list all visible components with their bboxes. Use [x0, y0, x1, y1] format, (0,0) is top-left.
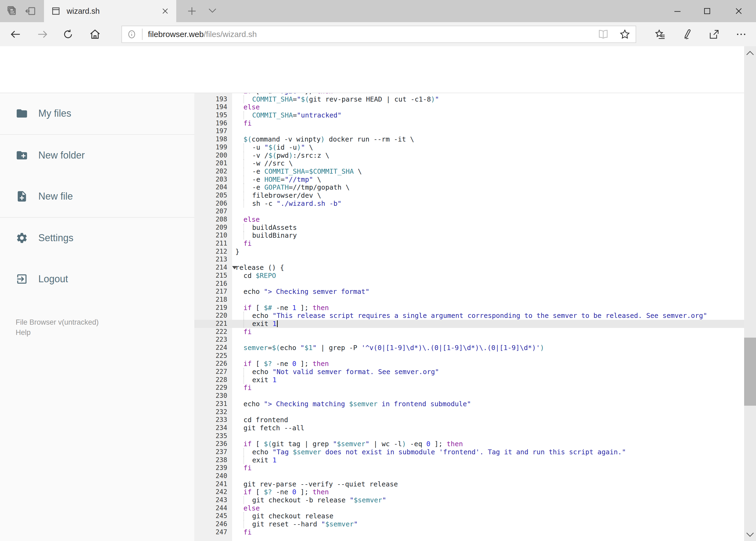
code-line[interactable]: 230 [194, 392, 744, 400]
code-line[interactable]: 228 exit 1 [194, 376, 744, 384]
scroll-down-icon[interactable] [745, 531, 755, 538]
code-line[interactable]: 200 -v /$(pwd):/src:z \ [194, 152, 744, 160]
hub-favorites-icon[interactable] [654, 28, 666, 40]
more-ellipsis-icon[interactable] [735, 28, 747, 40]
code-line[interactable]: 231 echo "> Checking matching $semver in… [194, 400, 744, 408]
code-line[interactable]: 236 if [ $(git tag | grep "$semver" | wc… [194, 440, 744, 448]
code-line[interactable]: 206 sh -c "./wizard.sh -b" [194, 200, 744, 208]
new-tab-plus-icon[interactable] [186, 5, 197, 17]
code-editor[interactable]: 192 if [ -d ".git" ]; then193 COMMIT_SHA… [194, 93, 744, 541]
code-line[interactable]: 223 [194, 336, 744, 344]
code-line[interactable]: 201 -w //src \ [194, 159, 744, 168]
set-aside-tabs-icon[interactable] [25, 5, 37, 17]
code-line[interactable]: 247 fi [194, 528, 744, 536]
code-line[interactable]: 213 [194, 256, 744, 264]
code-line[interactable]: 205 filebrowser/dev \ [194, 192, 744, 200]
code-line[interactable]: 226 if [ $? -ne 0 ]; then [194, 360, 744, 368]
share-icon[interactable] [708, 28, 720, 40]
line-number: 198 [194, 135, 232, 144]
line-number: 215 [194, 272, 232, 280]
scroll-up-icon[interactable] [745, 49, 755, 56]
code-line[interactable]: 207 [194, 208, 744, 216]
code-line[interactable]: 240 [194, 472, 744, 480]
web-notes-pen-icon[interactable] [681, 28, 693, 40]
code-line[interactable]: 204 -e GOPATH=//tmp/gopath \ [194, 184, 744, 192]
code-line[interactable]: 222 fi [194, 328, 744, 336]
line-number: 194 [194, 103, 232, 111]
line-number: 232 [194, 408, 232, 416]
code-line[interactable]: 193 COMMIT_SHA="$(git rev-parse HEAD | c… [194, 95, 744, 104]
sidebar-item-logout[interactable]: Logout [0, 264, 194, 294]
close-button[interactable] [722, 0, 755, 22]
code-line[interactable]: 219 if [ $# -ne 1 ]; then [194, 304, 744, 312]
code-line[interactable]: 241 git rev-parse --verify --quiet relea… [194, 480, 744, 488]
scrollbar-thumb[interactable] [744, 337, 756, 406]
code-line[interactable]: 203 -e HOME="//tmp" \ [194, 176, 744, 184]
refresh-icon[interactable] [62, 28, 74, 40]
code-line[interactable]: 214release () { [194, 264, 744, 272]
code-line[interactable]: 220 echo "This release script requires a… [194, 312, 744, 320]
url-input[interactable]: filebrowser.web/files/wizard.sh [122, 26, 636, 43]
sidebar-item-my-files[interactable]: My files [0, 99, 194, 128]
code-line[interactable]: 196 fi [194, 119, 744, 128]
sidebar-item-new-folder[interactable]: New folder [0, 141, 194, 170]
code-line[interactable]: 218 [194, 296, 744, 304]
sidebar-item-settings[interactable]: Settings [0, 223, 194, 253]
help-link[interactable]: Help [16, 328, 31, 337]
code-line[interactable]: 217 echo "> Checking semver format" [194, 287, 744, 296]
fold-arrow-icon[interactable] [232, 266, 237, 269]
code-line[interactable]: 232 [194, 408, 744, 416]
maximize-button[interactable] [692, 0, 722, 22]
tab-dropdown-icon[interactable] [207, 7, 217, 15]
code-line[interactable]: 209 buildAssets [194, 224, 744, 232]
tab-close-icon[interactable] [161, 7, 169, 15]
code-line[interactable]: 233 cd frontend [194, 416, 744, 424]
vertical-scrollbar[interactable] [744, 46, 756, 541]
line-number: 206 [194, 200, 232, 208]
code-line[interactable]: 199 -u "$(id -u)" \ [194, 144, 744, 152]
code-line[interactable]: 225 [194, 352, 744, 360]
code-line[interactable]: 216 [194, 280, 744, 288]
code-line[interactable]: 235 [194, 432, 744, 440]
code-line[interactable]: 202 -e COMMIT_SHA=$COMMIT_SHA \ [194, 168, 744, 176]
code-line[interactable]: 197 [194, 127, 744, 135]
code-line[interactable]: 211 fi [194, 240, 744, 248]
code-line[interactable]: 227 echo "Not valid semver format. See s… [194, 368, 744, 376]
code-line[interactable]: 195 COMMIT_SHA="untracked" [194, 111, 744, 119]
code-line[interactable]: 194 else [194, 103, 744, 111]
home-icon[interactable] [89, 28, 101, 40]
line-number: 207 [194, 208, 232, 216]
code-lines: 192 if [ -d ".git" ]; then193 COMMIT_SHA… [194, 93, 744, 536]
code-line[interactable]: 229 fi [194, 384, 744, 392]
back-icon[interactable] [9, 28, 21, 40]
info-icon[interactable] [127, 29, 136, 39]
minimize-button[interactable] [662, 0, 692, 22]
code-line[interactable]: 246 git reset --hard "$semver" [194, 520, 744, 528]
code-line[interactable]: 244 else [194, 504, 744, 512]
reading-view-icon[interactable] [597, 28, 609, 40]
code-line[interactable]: 237 echo "Tag $semver does not exist in … [194, 448, 744, 456]
code-line[interactable]: 212} [194, 248, 744, 256]
code-line[interactable]: 224 semver=$(echo "$1" | grep -P '^v(0|[… [194, 344, 744, 352]
code-line[interactable]: 210 buildBinary [194, 232, 744, 240]
sidebar-item-new-file[interactable]: New file [0, 182, 194, 211]
code-line[interactable]: 243 git checkout -b release "$semver" [194, 496, 744, 504]
code-line[interactable]: 198 $(command -v winpty) docker run --rm… [194, 135, 744, 144]
code-line[interactable]: 221 exit 1 [194, 320, 744, 328]
code-line[interactable]: 239 fi [194, 464, 744, 472]
code-line[interactable]: 242 if [ $? -ne 0 ]; then [194, 488, 744, 496]
line-number: 197 [194, 127, 232, 135]
code-line[interactable]: 192 if [ -d ".git" ]; then [194, 93, 744, 95]
code-line[interactable]: 238 exit 1 [194, 456, 744, 464]
code-line[interactable]: 215 cd $REPO [194, 272, 744, 280]
browser-tab-bar: wizard.sh [0, 0, 756, 22]
tab-preview-icon[interactable] [6, 5, 18, 17]
browser-tab[interactable]: wizard.sh [44, 0, 176, 22]
forward-icon[interactable] [37, 28, 49, 40]
code-line[interactable]: 234 git fetch --all [194, 424, 744, 432]
line-number: 236 [194, 440, 232, 448]
code-line[interactable]: 208 else [194, 216, 744, 224]
favorite-star-icon[interactable] [619, 28, 631, 40]
line-number: 218 [194, 296, 232, 304]
code-line[interactable]: 245 git checkout release [194, 512, 744, 520]
